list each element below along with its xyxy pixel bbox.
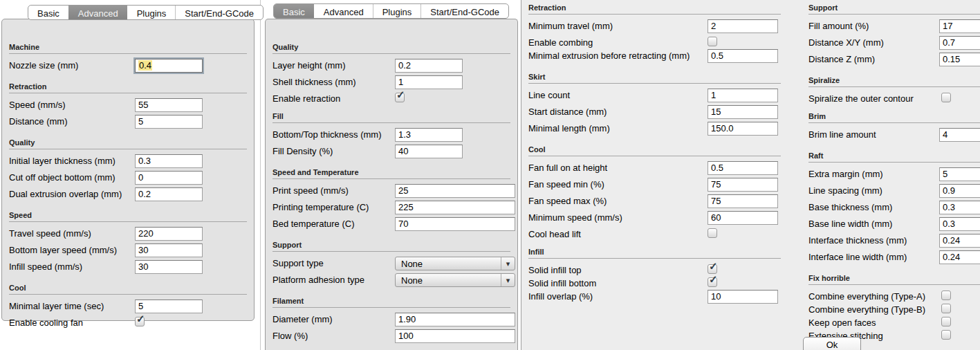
minimum-speed-mm-s-input[interactable]: 60	[708, 211, 778, 225]
initial-layer-thickness-mm-input[interactable]: 0.3	[135, 154, 203, 168]
fan-full-on-at-height-input[interactable]: 0.5	[708, 161, 778, 175]
cool-head-lift-checkbox[interactable]	[708, 228, 717, 238]
platform-adhesion-type-select[interactable]: None	[395, 273, 515, 287]
settings-section: MachineNozzle size (mm)0.4	[9, 43, 247, 75]
expert-column-right: SupportFill amount (%)17Distance X/Y (mm…	[808, 0, 980, 342]
setting-label: Bed temperature (C)	[272, 219, 355, 229]
minimum-travel-mm-input[interactable]: 2	[708, 19, 778, 33]
distance-x-y-mm-input[interactable]: 0.7	[939, 36, 980, 50]
solid-infill-top-checkbox[interactable]	[708, 264, 717, 274]
layer-height-mm-input[interactable]: 0.2	[395, 59, 463, 73]
base-line-width-mm-input[interactable]: 0.3	[939, 217, 980, 231]
tab-basic[interactable]: Basic	[28, 6, 68, 19]
base-thickness-mm-input[interactable]: 0.3	[939, 201, 980, 214]
fill-density-input[interactable]: 40	[395, 145, 463, 158]
line-count-input[interactable]: 1	[708, 89, 778, 102]
tab-start-end-gcode[interactable]: Start/End-GCode	[420, 4, 508, 18]
distance-mm-input[interactable]: 5	[135, 115, 203, 129]
input-value: 0.15	[943, 54, 960, 64]
tab-plugins[interactable]: Plugins	[373, 4, 421, 18]
enable-combing-checkbox[interactable]	[708, 37, 717, 46]
settings-section: SkirtLine count1Start distance (mm)15Min…	[528, 66, 781, 138]
input-value: 0.24	[943, 252, 960, 262]
settings-panel: MachineNozzle size (mm)0.4RetractionSpee…	[1, 19, 255, 321]
setting-label: Enable combing	[528, 37, 593, 48]
input-value: 55	[138, 100, 148, 110]
setting-label: Minimal layer time (sec)	[9, 301, 104, 311]
setting-label: Keep open faces	[808, 317, 876, 328]
input-value: 25	[398, 185, 408, 196]
setting-label: Enable retraction	[272, 93, 340, 104]
section-title: Quality	[9, 131, 247, 149]
bed-temperature-c-input[interactable]: 70	[395, 217, 515, 231]
shell-thickness-mm-input[interactable]: 1	[395, 75, 463, 89]
speed-mm-s-input[interactable]: 55	[135, 98, 203, 112]
printing-temperature-c-input[interactable]: 225	[395, 201, 515, 214]
enable-retraction-checkbox[interactable]	[395, 93, 405, 102]
minimal-extrusion-before-retracting-mm-input[interactable]: 0.5	[708, 49, 778, 63]
enable-cooling-fan-checkbox[interactable]	[135, 317, 145, 326]
support-type-select[interactable]: None	[395, 257, 515, 270]
tab-start-end-gcode[interactable]: Start/End-GCode	[175, 6, 263, 19]
setting-row: Line spacing (mm)0.9	[808, 184, 980, 201]
setting-row: Combine everything (Type-B)	[808, 303, 980, 316]
line-spacing-mm-input[interactable]: 0.9	[939, 184, 980, 198]
setting-label: Base thickness (mm)	[808, 202, 892, 212]
start-distance-mm-input[interactable]: 15	[708, 105, 778, 119]
tab-advanced[interactable]: Advanced	[314, 4, 373, 18]
input-value: 1.90	[398, 314, 416, 324]
setting-row: Interface thickness (mm)0.24	[808, 234, 980, 250]
setting-label: Base line width (mm)	[808, 219, 892, 229]
nozzle-size-mm-input[interactable]: 0.4	[135, 59, 203, 73]
tab-advanced[interactable]: Advanced	[68, 6, 127, 19]
cut-off-object-bottom-mm-input[interactable]: 0	[135, 171, 203, 185]
diameter-mm-input[interactable]: 1.90	[395, 313, 515, 326]
settings-section: SupportSupport typeNonePlatform adhesion…	[272, 234, 510, 290]
tab-basic[interactable]: Basic	[274, 4, 314, 18]
input-value: 30	[138, 261, 148, 272]
basic-settings-window: BasicAdvancedPluginsStart/End-GCode Qual…	[261, 0, 521, 350]
travel-speed-mm-s-input[interactable]: 220	[135, 227, 203, 241]
solid-infill-bottom-checkbox[interactable]	[708, 277, 717, 287]
spiralize-the-outer-contour-checkbox[interactable]	[941, 93, 951, 102]
section-title: Speed	[9, 204, 247, 222]
setting-label: Flow (%)	[272, 331, 308, 341]
keep-open-faces-checkbox[interactable]	[941, 317, 951, 326]
flow-input[interactable]: 100	[395, 329, 515, 343]
print-speed-mm-s-input[interactable]: 25	[395, 184, 515, 198]
combine-everything-type-a-checkbox[interactable]	[941, 291, 951, 300]
setting-row: Speed (mm/s)55	[9, 98, 247, 115]
bottom-layer-speed-mm-s-input[interactable]: 30	[135, 243, 203, 257]
setting-label: Minimal length (mm)	[528, 123, 610, 133]
setting-label: Enable cooling fan	[9, 317, 83, 328]
extensive-stitching-checkbox[interactable]	[941, 330, 951, 340]
brim-line-amount-input[interactable]: 4	[939, 128, 980, 142]
interface-thickness-mm-input[interactable]: 0.24	[939, 234, 980, 248]
setting-label: Minimum travel (mm)	[528, 21, 613, 31]
setting-label: Brim line amount	[808, 129, 876, 140]
combine-everything-type-b-checkbox[interactable]	[941, 304, 951, 313]
setting-row: Minimum travel (mm)2	[528, 19, 781, 36]
fan-speed-max-input[interactable]: 75	[708, 194, 778, 208]
infill-overlap-input[interactable]: 10	[708, 290, 778, 304]
bottom-top-thickness-mm-input[interactable]: 1.3	[395, 128, 463, 142]
distance-z-mm-input[interactable]: 0.15	[939, 53, 980, 66]
interface-line-width-mm-input[interactable]: 0.24	[939, 250, 980, 264]
extra-margin-mm-input[interactable]: 5	[939, 167, 980, 181]
input-value: 225	[398, 202, 414, 212]
setting-row: Bed temperature (C)70	[272, 217, 510, 234]
section-title: Infill	[528, 241, 781, 259]
setting-row: Printing temperature (C)225	[272, 201, 510, 217]
fan-speed-min-input[interactable]: 75	[708, 178, 778, 192]
minimal-length-mm-input[interactable]: 150.0	[708, 122, 778, 136]
infill-speed-mm-s-input[interactable]: 30	[135, 260, 203, 274]
dual-extrusion-overlap-mm-input[interactable]: 0.2	[135, 187, 203, 201]
minimal-layer-time-sec-input[interactable]: 5	[135, 300, 203, 313]
setting-row: Minimum speed (mm/s)60	[528, 211, 781, 228]
tab-plugins[interactable]: Plugins	[127, 6, 176, 19]
ok-button[interactable]: Ok	[803, 337, 861, 350]
section-title: Machine	[9, 43, 247, 54]
input-value: 0.3	[943, 219, 955, 229]
input-value: 1.3	[398, 129, 411, 140]
fill-amount-input[interactable]: 17	[939, 19, 980, 33]
